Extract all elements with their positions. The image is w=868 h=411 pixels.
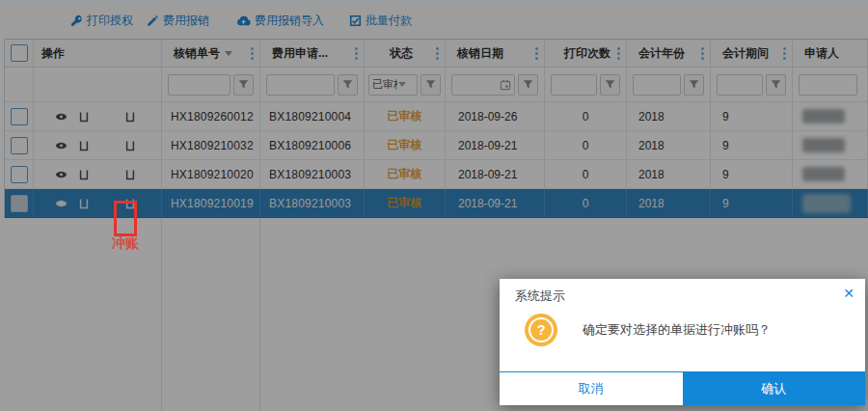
question-icon: ? — [525, 314, 557, 346]
dialog-footer: 取消 确认 — [500, 371, 865, 405]
dialog-title: 系统提示 — [500, 279, 865, 309]
confirm-dialog: 系统提示 ✕ ? 确定要对选择的单据进行冲账吗？ 取消 确认 — [500, 279, 865, 405]
confirm-button[interactable]: 确认 — [683, 372, 866, 405]
writeoff-highlight-box — [114, 201, 137, 236]
close-icon[interactable]: ✕ — [843, 287, 854, 300]
expense-writeoff-screen: 打印授权 费用报销 费用报销导入 批量付款 操作 核销单号 费用申请... — [0, 0, 868, 411]
writeoff-annotation-label: 冲账 — [112, 235, 139, 253]
dialog-message: 确定要对选择的单据进行冲账吗？ — [583, 321, 771, 339]
cancel-button[interactable]: 取消 — [500, 372, 683, 405]
